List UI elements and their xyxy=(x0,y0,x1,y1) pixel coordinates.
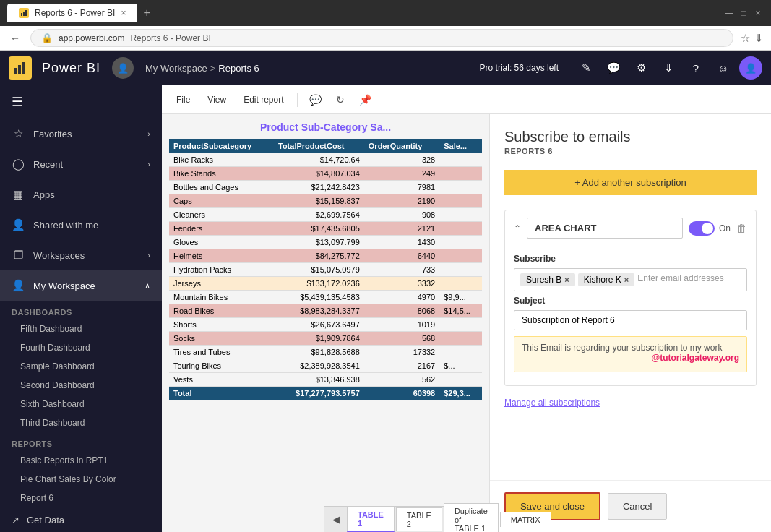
myworkspace-label: My Workspace xyxy=(33,280,136,291)
sidebar-item-favorites[interactable]: ☆ Favorites › xyxy=(0,119,162,149)
report-pie[interactable]: Pie Chart Sales By Color xyxy=(0,470,162,489)
bookmark-icon[interactable]: ☆ xyxy=(741,32,750,45)
file-menu-button[interactable]: File xyxy=(169,92,197,108)
sidebar-item-apps[interactable]: ▦ Apps xyxy=(0,179,162,210)
edit-icon[interactable]: ✎ xyxy=(574,56,598,80)
sidebar-item-myworkspace[interactable]: 👤 My Workspace ∧ xyxy=(0,270,162,301)
pbi-header: Power BI 👤 My Workspace > Reports 6 Pro … xyxy=(0,51,771,85)
tab-nav-prev[interactable]: ◀ xyxy=(327,511,345,528)
table-row: Tires and Tubes$91,828.568817332 xyxy=(169,346,482,359)
remove-subscriber-kishore[interactable]: × xyxy=(624,275,629,284)
sidebar-item-workspaces[interactable]: ❐ Workspaces › xyxy=(0,240,162,270)
remove-subscriber-suresh[interactable]: × xyxy=(564,275,569,284)
svg-rect-1 xyxy=(21,13,22,16)
tab-table2[interactable]: TABLE 2 xyxy=(396,507,442,531)
view-menu-button[interactable]: View xyxy=(200,92,233,108)
table-row: Hydration Packs$15,075.0979733 xyxy=(169,263,482,277)
restore-button[interactable]: □ xyxy=(738,7,749,19)
chart-name-input[interactable] xyxy=(527,218,683,239)
pbi-logo-icon xyxy=(9,56,32,80)
table-row: Jerseys$133,172.02363332 xyxy=(169,277,482,291)
header-user-avatar[interactable]: 👤 xyxy=(112,57,134,79)
tab-table1[interactable]: TABLE 1 xyxy=(347,507,395,532)
table-row: Fenders$17,435.68052121 xyxy=(169,222,482,236)
email-body-text: This Email is regarding your subscriptio… xyxy=(522,343,722,353)
table-row: Helmets$84,275.7726440 xyxy=(169,249,482,263)
get-data-button[interactable]: ↗ Get Data xyxy=(0,507,162,532)
help-icon[interactable]: ? xyxy=(684,56,707,80)
recent-arrow: › xyxy=(147,160,150,168)
table-row: Road Bikes$8,983,284.33778068$14,5... xyxy=(169,304,482,318)
toggle-container: On xyxy=(689,221,731,236)
svg-rect-5 xyxy=(18,65,21,74)
new-tab-button[interactable]: + xyxy=(143,7,150,20)
manage-subscriptions-link[interactable]: Manage all subscriptions xyxy=(490,393,771,412)
workspaces-arrow: › xyxy=(147,251,150,259)
delete-subscription-icon[interactable]: 🗑 xyxy=(736,222,747,234)
dashboard-fifth[interactable]: Fifth Dashboard xyxy=(0,319,162,338)
subscriber-name: Suresh B xyxy=(526,275,561,285)
user-profile-icon[interactable]: 👤 xyxy=(739,56,762,80)
minimize-button[interactable]: — xyxy=(723,7,735,19)
subscribe-panel: Subscribe to emails REPORTS 6 + Add anot… xyxy=(489,114,771,532)
subscribe-subtitle: REPORTS 6 xyxy=(504,147,757,155)
myworkspace-icon: 👤 xyxy=(12,279,25,292)
main-layout: ☰ ☆ Favorites › ◯ Recent › ▦ Apps 👤 Shar… xyxy=(0,85,771,532)
sidebar-item-shared[interactable]: 👤 Shared with me xyxy=(0,210,162,240)
workspaces-icon: ❐ xyxy=(12,249,25,262)
dashboard-third[interactable]: Third Dashboard xyxy=(0,413,162,432)
address-bar: ← 🔒 app.powerbi.com Reports 6 - Power BI… xyxy=(0,26,771,51)
settings-icon[interactable]: ⚙ xyxy=(629,56,652,80)
dashboard-sample[interactable]: Sample Dashboard xyxy=(0,357,162,376)
tab-icon xyxy=(19,8,29,18)
dashboard-fourth[interactable]: Fourth Dashboard xyxy=(0,338,162,357)
toolbar-separator xyxy=(297,93,298,107)
subscription-toggle[interactable] xyxy=(689,221,715,236)
table-row: Vests$13,346.938562 xyxy=(169,373,482,387)
cancel-button[interactable]: Cancel xyxy=(608,493,667,520)
sidebar: ☰ ☆ Favorites › ◯ Recent › ▦ Apps 👤 Shar… xyxy=(0,85,162,532)
browser-tab[interactable]: Reports 6 - Power BI × xyxy=(7,4,137,22)
chevron-down-icon[interactable]: ⌃ xyxy=(514,223,521,233)
shared-label: Shared with me xyxy=(33,220,150,231)
comment-toolbar-icon[interactable]: 💬 xyxy=(303,91,327,108)
table-row: Gloves$13,097.7991430 xyxy=(169,236,482,249)
pin-toolbar-icon[interactable]: 📌 xyxy=(353,91,377,108)
sidebar-item-recent[interactable]: ◯ Recent › xyxy=(0,149,162,179)
dashboards-section: DASHBOARDS xyxy=(0,301,162,319)
col-header-sale: Sale... xyxy=(439,139,482,153)
back-button[interactable]: ← xyxy=(7,30,23,47)
smiley-icon[interactable]: ☺ xyxy=(712,56,735,80)
table-row: Bottles and Cages$21,242.84237981 xyxy=(169,181,482,194)
dashboard-second[interactable]: Second Dashboard xyxy=(0,376,162,395)
tab-duplicate[interactable]: Duplicate of TABLE 1 xyxy=(444,503,489,532)
get-data-label: Get Data xyxy=(27,515,64,525)
tab-close-icon[interactable]: × xyxy=(121,8,126,18)
reports-section: REPORTS xyxy=(0,432,162,451)
edit-report-button[interactable]: Edit report xyxy=(236,92,290,108)
download-header-icon[interactable]: ⇓ xyxy=(657,56,680,80)
refresh-toolbar-icon[interactable]: ↻ xyxy=(330,91,350,108)
report-6[interactable]: Report 6 xyxy=(0,489,162,507)
data-table: ProductSubcategory TotalProductCost Orde… xyxy=(169,139,482,400)
sub-card-header: ⌃ On 🗑 xyxy=(505,210,756,246)
bottom-tabs: ◀ TABLE 1 TABLE 2 Duplicate of TABLE 1 M… xyxy=(324,506,489,532)
add-subscription-button[interactable]: + Add another subscription xyxy=(504,170,757,195)
subscriber-name: Kishore K xyxy=(584,275,621,285)
subscribe-header: Subscribe to emails REPORTS 6 xyxy=(490,114,771,163)
comment-icon[interactable]: 💬 xyxy=(602,56,625,80)
dashboard-sixth[interactable]: Sixth Dashboard xyxy=(0,395,162,413)
apps-label: Apps xyxy=(33,189,150,200)
download-icon[interactable]: ⇓ xyxy=(754,32,764,45)
subscriber-tags[interactable]: Suresh B × Kishore K × Enter email addre… xyxy=(514,268,747,291)
breadcrumb-workspace[interactable]: My Workspace xyxy=(145,63,207,74)
subject-input[interactable] xyxy=(514,310,747,330)
address-input[interactable]: 🔒 app.powerbi.com Reports 6 - Power BI xyxy=(30,29,733,47)
shared-icon: 👤 xyxy=(12,218,25,231)
report-basic[interactable]: Basic Reports in RPT1 xyxy=(0,451,162,470)
toggle-thumb xyxy=(702,223,713,234)
hamburger-button[interactable]: ☰ xyxy=(0,85,162,119)
close-button[interactable]: × xyxy=(752,7,764,19)
trial-badge: Pro trial: 56 days left xyxy=(480,63,559,73)
table-row: Bike Racks$14,720.64328 xyxy=(169,153,482,167)
